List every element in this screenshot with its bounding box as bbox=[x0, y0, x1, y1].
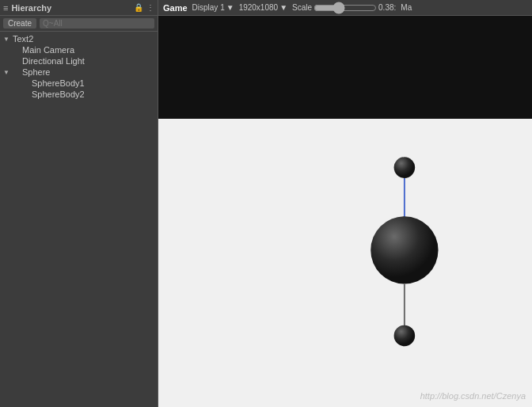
tree-item-main-camera[interactable]: Main Camera bbox=[0, 44, 158, 55]
game-content: http://blog.csdn.net/Czenya bbox=[158, 16, 532, 407]
search-input[interactable] bbox=[40, 18, 154, 29]
hierarchy-tree: ▼ Text2 Main Camera Directional Light ▼ … bbox=[0, 32, 158, 407]
create-button[interactable]: Create bbox=[3, 18, 36, 29]
maximized-label: Ma bbox=[401, 3, 412, 12]
game-dark-area bbox=[158, 16, 532, 119]
hierarchy-header: ≡ Hierarchy 🔒 ⋮ bbox=[0, 0, 158, 16]
resolution-label: 1920x1080 bbox=[239, 3, 279, 12]
scale-value: 0.38: bbox=[378, 3, 396, 12]
svg-point-2 bbox=[370, 216, 438, 283]
scene-svg bbox=[158, 119, 532, 407]
tree-item-spherebody1-label: SphereBody1 bbox=[32, 78, 85, 88]
tree-item-text2-label: Text2 bbox=[13, 34, 33, 44]
resolution-arrow-icon: ▼ bbox=[279, 3, 287, 12]
tree-item-directional-light[interactable]: Directional Light bbox=[0, 55, 158, 67]
scale-label: Scale bbox=[292, 3, 312, 12]
svg-point-1 bbox=[394, 157, 416, 178]
display-selector[interactable]: Display 1 ▼ bbox=[192, 3, 234, 12]
tree-item-sphere-label: Sphere bbox=[22, 67, 50, 77]
watermark: http://blog.csdn.net/Czenya bbox=[420, 391, 526, 401]
arrow-sphere: ▼ bbox=[3, 69, 13, 76]
tree-item-spherebody2-label: SphereBody2 bbox=[32, 89, 85, 99]
lock-icon[interactable]: 🔒 bbox=[134, 3, 143, 12]
resolution-selector[interactable]: 1920x1080 ▼ bbox=[239, 3, 287, 12]
hierarchy-header-icons: 🔒 ⋮ bbox=[134, 3, 154, 12]
arrow-text2: ▼ bbox=[3, 36, 13, 43]
game-tab-title: Game bbox=[163, 3, 188, 13]
scale-control: Scale 0.38: bbox=[292, 3, 396, 12]
game-panel: Game Display 1 ▼ 1920x1080 ▼ Scale 0.38:… bbox=[158, 0, 532, 407]
hierarchy-menu-icon: ≡ bbox=[3, 3, 8, 13]
options-icon[interactable]: ⋮ bbox=[146, 3, 154, 12]
scale-slider[interactable] bbox=[314, 4, 377, 12]
display-arrow-icon: ▼ bbox=[226, 3, 234, 12]
game-toolbar: Game Display 1 ▼ 1920x1080 ▼ Scale 0.38:… bbox=[158, 0, 532, 16]
display-label: Display 1 bbox=[192, 3, 225, 12]
hierarchy-title: Hierarchy bbox=[11, 3, 51, 13]
scene-content: http://blog.csdn.net/Czenya bbox=[158, 119, 532, 407]
tree-item-directional-light-label: Directional Light bbox=[22, 56, 85, 66]
tree-item-spherebody2[interactable]: SphereBody2 bbox=[0, 89, 158, 100]
tree-item-sphere[interactable]: ▼ Sphere bbox=[0, 67, 158, 78]
maximized-control[interactable]: Ma bbox=[401, 3, 412, 12]
hierarchy-panel: ≡ Hierarchy 🔒 ⋮ Create ▼ Text2 Ma bbox=[0, 0, 158, 407]
tree-item-spherebody1[interactable]: SphereBody1 bbox=[0, 78, 158, 89]
tree-item-text2[interactable]: ▼ Text2 bbox=[0, 33, 158, 44]
hierarchy-toolbar: Create bbox=[0, 16, 158, 32]
tree-item-main-camera-label: Main Camera bbox=[22, 45, 74, 55]
svg-point-4 bbox=[394, 325, 416, 347]
